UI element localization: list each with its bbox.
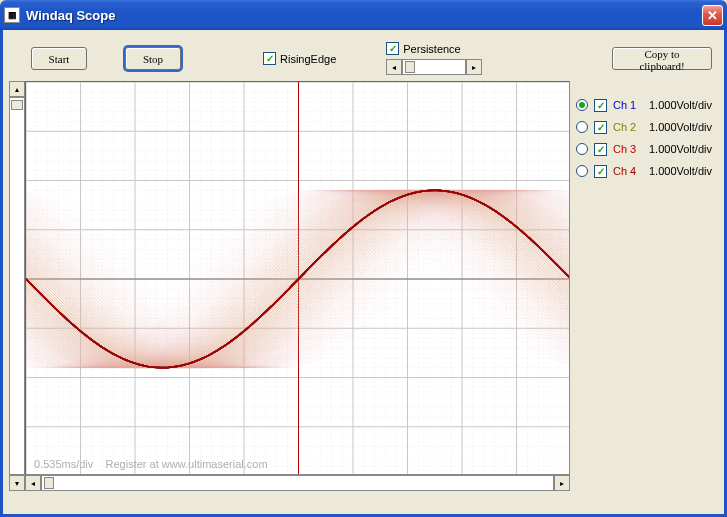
channel-scale: 1.000Volt/div (649, 143, 712, 155)
slider-thumb[interactable] (44, 477, 54, 489)
arrow-right-icon[interactable]: ▸ (466, 59, 482, 75)
slider-track[interactable] (402, 59, 466, 75)
persistence-slider[interactable]: ◂ ▸ (386, 59, 482, 75)
slider-thumb[interactable] (11, 100, 23, 110)
arrow-down-icon[interactable]: ▾ (9, 475, 25, 491)
channel-scale: 1.000Volt/div (649, 165, 712, 177)
vertical-scrollbar[interactable]: ▴ ▾ (9, 81, 25, 491)
persistence-label: Persistence (403, 43, 460, 55)
horizontal-scrollbar[interactable]: ◂ ▸ (25, 475, 570, 491)
channel-select-radio[interactable] (576, 143, 588, 155)
window-title: Windaq Scope (26, 8, 115, 23)
channel-name: Ch 3 (613, 143, 643, 155)
channel-name: Ch 2 (613, 121, 643, 133)
arrow-left-icon[interactable]: ◂ (25, 475, 41, 491)
channel-enable-checkbox[interactable]: ✓ (594, 99, 607, 112)
channel-list: ✓Ch 11.000Volt/div✓Ch 21.000Volt/div✓Ch … (576, 81, 712, 491)
slider-thumb[interactable] (405, 61, 415, 73)
channel-scale: 1.000Volt/div (649, 121, 712, 133)
channel-name: Ch 1 (613, 99, 643, 111)
channel-row: ✓Ch 41.000Volt/div (576, 161, 712, 181)
arrow-up-icon[interactable]: ▴ (9, 81, 25, 97)
channel-select-radio[interactable] (576, 99, 588, 111)
stop-button[interactable]: Stop (125, 47, 181, 70)
close-icon[interactable]: ✕ (702, 5, 723, 26)
app-icon: ▦ (4, 7, 20, 23)
channel-enable-checkbox[interactable]: ✓ (594, 121, 607, 134)
rising-edge-label: RisingEdge (280, 53, 336, 65)
waveform-canvas (26, 82, 570, 475)
window-body: Start Stop ✓ RisingEdge ✓ Persistence ◂ … (0, 30, 727, 517)
start-button[interactable]: Start (31, 47, 87, 70)
slider-track[interactable] (9, 97, 25, 475)
channel-row: ✓Ch 21.000Volt/div (576, 117, 712, 137)
channel-select-radio[interactable] (576, 165, 588, 177)
title-bar: ▦ Windaq Scope ✕ (0, 0, 727, 30)
arrow-left-icon[interactable]: ◂ (386, 59, 402, 75)
persistence-checkbox[interactable]: ✓ Persistence (386, 42, 482, 55)
scope-display: 0.535ms/div Register at www.ultimaserial… (25, 81, 570, 475)
channel-row: ✓Ch 11.000Volt/div (576, 95, 712, 115)
channel-row: ✓Ch 31.000Volt/div (576, 139, 712, 159)
copy-clipboard-button[interactable]: Copy to clipboard! (612, 47, 712, 70)
channel-enable-checkbox[interactable]: ✓ (594, 143, 607, 156)
channel-scale: 1.000Volt/div (649, 99, 712, 111)
rising-edge-checkbox[interactable]: ✓ RisingEdge (263, 52, 336, 65)
channel-select-radio[interactable] (576, 121, 588, 133)
channel-enable-checkbox[interactable]: ✓ (594, 165, 607, 178)
slider-track[interactable] (41, 475, 554, 491)
toolbar: Start Stop ✓ RisingEdge ✓ Persistence ◂ … (3, 30, 724, 81)
checkbox-icon: ✓ (263, 52, 276, 65)
arrow-right-icon[interactable]: ▸ (554, 475, 570, 491)
channel-name: Ch 4 (613, 165, 643, 177)
checkbox-icon: ✓ (386, 42, 399, 55)
